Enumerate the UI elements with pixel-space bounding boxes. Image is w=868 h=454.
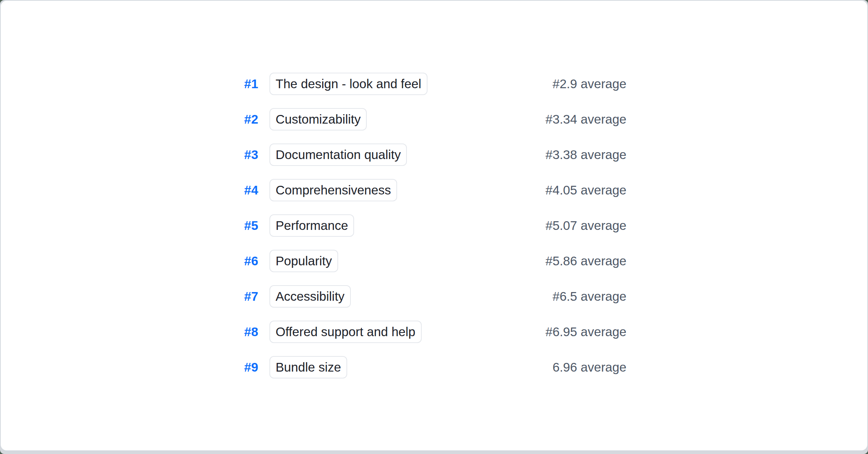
rank-number: #6 <box>242 254 258 268</box>
average-score: #3.38 average <box>545 147 626 162</box>
average-score: #6.95 average <box>545 325 626 339</box>
ranking-row: #7 Accessibility #6.5 average <box>242 285 626 308</box>
ranking-row: #4 Comprehensiveness #4.05 average <box>242 179 626 201</box>
rank-number: #3 <box>242 147 258 162</box>
ranking-row: #6 Popularity #5.86 average <box>242 250 626 272</box>
option-chip: Popularity <box>269 250 338 272</box>
average-score: #3.34 average <box>545 112 626 127</box>
ranking-row: #9 Bundle size 6.96 average <box>242 356 626 378</box>
average-score: #6.5 average <box>553 289 626 304</box>
option-chip: Customizability <box>269 108 367 130</box>
ranking-row: #2 Customizability #3.34 average <box>242 108 626 130</box>
average-score: #4.05 average <box>545 183 626 197</box>
ranking-row: #3 Documentation quality #3.38 average <box>242 144 626 166</box>
rank-number: #8 <box>242 325 258 339</box>
option-chip: Comprehensiveness <box>269 179 397 201</box>
ranking-row: #5 Performance #5.07 average <box>242 214 626 237</box>
rank-number: #7 <box>242 289 258 304</box>
browser-viewport: #1 The design - look and feel #2.9 avera… <box>0 0 868 454</box>
average-score: #5.86 average <box>545 254 626 268</box>
option-chip: Offered support and help <box>269 321 422 343</box>
results-card: #1 The design - look and feel #2.9 avera… <box>0 0 868 451</box>
option-chip: Performance <box>269 214 354 237</box>
option-chip: Accessibility <box>269 285 351 308</box>
average-score: 6.96 average <box>553 360 626 374</box>
option-chip: The design - look and feel <box>269 73 427 95</box>
rank-number: #1 <box>242 77 258 91</box>
rank-number: #9 <box>242 360 258 374</box>
ranking-row: #1 The design - look and feel #2.9 avera… <box>242 73 626 95</box>
rank-number: #2 <box>242 112 258 127</box>
rank-number: #5 <box>242 218 258 233</box>
option-chip: Documentation quality <box>269 144 407 166</box>
average-score: #5.07 average <box>545 218 626 233</box>
average-score: #2.9 average <box>553 77 626 91</box>
ranking-row: #8 Offered support and help #6.95 averag… <box>242 321 626 343</box>
rank-number: #4 <box>242 183 258 197</box>
ranking-results-list: #1 The design - look and feel #2.9 avera… <box>242 73 626 378</box>
option-chip: Bundle size <box>269 356 347 378</box>
